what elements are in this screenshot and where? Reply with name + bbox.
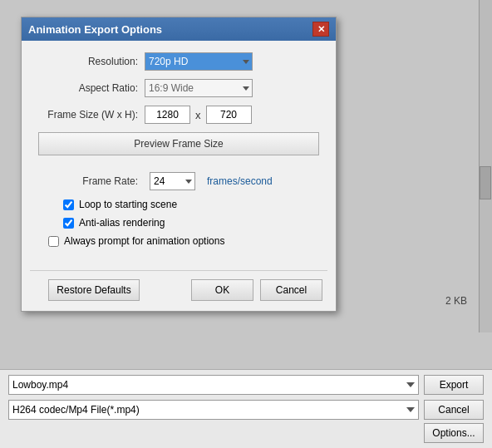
frame-size-label: Frame Size (W x H): [38,109,138,121]
always-prompt-row: Always prompt for animation options [38,235,319,247]
aspect-ratio-select[interactable]: 16:9 Wide 4:3 Standard Custom [145,79,253,97]
resolution-row: Resolution: 720p HD 1080p HD 480p SD Cus… [38,52,319,71]
aspect-ratio-label: Aspect Ratio: [38,82,138,94]
fps-label: frames/second [207,175,273,187]
antialias-checkbox[interactable] [63,218,74,229]
loop-checkbox[interactable] [63,199,74,210]
frame-height-input[interactable] [206,106,252,124]
frame-size-row: Frame Size (W x H): x [38,106,319,124]
resolution-label: Resolution: [38,56,138,67]
options-button[interactable]: Options... [424,423,484,443]
restore-defaults-button[interactable]: Restore Defaults [48,279,140,301]
dialog-body: Resolution: 720p HD 1080p HD 480p SD Cus… [22,41,336,270]
ok-button[interactable]: OK [191,279,253,301]
frame-rate-select[interactable]: 24 30 60 12 [150,172,195,190]
frame-width-input[interactable] [145,106,190,124]
animation-export-dialog: Animation Export Options ✕ Resolution: 7… [21,17,337,312]
x-separator: x [195,109,201,121]
dialog-title: Animation Export Options [28,23,312,36]
loop-label: Loop to starting scene [79,199,177,210]
file2-row: H264 codec/Mp4 File(*.mp4) Cancel [8,400,484,420]
codec-select[interactable]: H264 codec/Mp4 File(*.mp4) [8,400,419,420]
always-prompt-checkbox[interactable] [48,236,59,247]
cancel-button[interactable]: Cancel [260,279,322,301]
bottom-cancel-button[interactable]: Cancel [424,400,484,420]
dialog-titlebar: Animation Export Options ✕ [22,17,336,41]
resolution-select[interactable]: 720p HD 1080p HD 480p SD Custom [145,52,253,71]
preview-btn-container: Preview Frame Size [38,132,319,172]
frame-rate-row: Frame Rate: 24 30 60 12 frames/second [38,172,319,190]
preview-frame-size-button[interactable]: Preview Frame Size [38,132,319,155]
bottom-bar: Lowboy.mp4 Export H264 codec/Mp4 File(*.… [0,369,492,448]
export-button[interactable]: Export [424,375,484,395]
antialias-label: Anti-alias rendering [79,217,165,229]
frame-rate-label: Frame Rate: [38,175,138,187]
dialog-divider [30,270,327,271]
aspect-ratio-row: Aspect Ratio: 16:9 Wide 4:3 Standard Cus… [38,79,319,97]
file1-row: Lowboy.mp4 Export [8,375,484,395]
dialog-footer: Restore Defaults OK Cancel [22,279,336,311]
close-button[interactable]: ✕ [312,22,329,37]
output-file-select[interactable]: Lowboy.mp4 [8,375,419,395]
antialias-checkbox-row: Anti-alias rendering [38,217,319,229]
always-prompt-label: Always prompt for animation options [64,235,224,247]
loop-checkbox-row: Loop to starting scene [38,199,319,210]
